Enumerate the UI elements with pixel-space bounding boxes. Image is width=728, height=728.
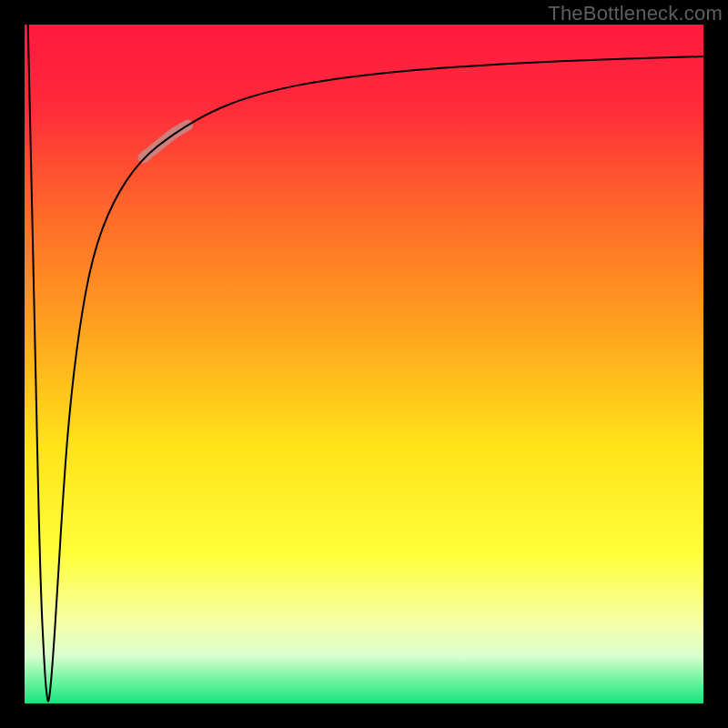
bottleneck-chart xyxy=(0,0,728,728)
plot-background xyxy=(25,25,703,703)
chart-stage: TheBottleneck.com xyxy=(0,0,728,728)
